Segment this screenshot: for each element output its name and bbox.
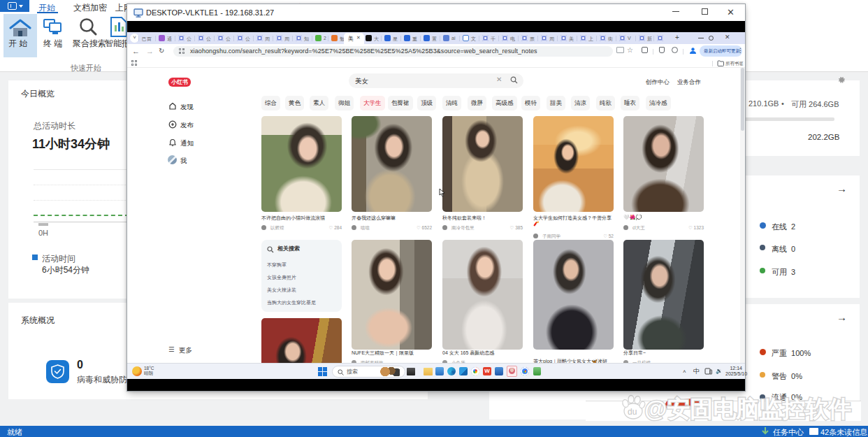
svg-text:du: du xyxy=(628,407,637,417)
